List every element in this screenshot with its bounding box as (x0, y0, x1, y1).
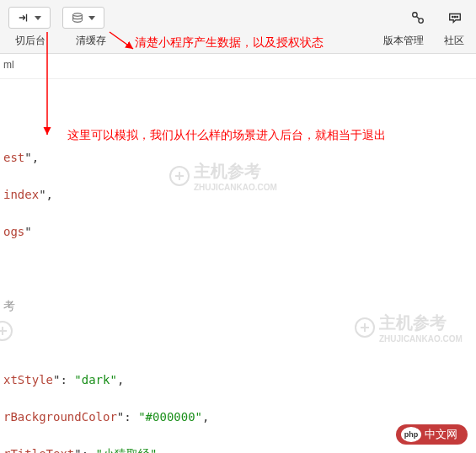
annotation-clear-cache: 清楚小程序产生数据，以及授权状态 (135, 35, 324, 51)
chevron-down-icon (35, 16, 41, 20)
clear-cache-label[interactable]: 清缓存 (72, 34, 110, 48)
php-cn-badge: php 中文网 (396, 424, 468, 445)
chevron-down-icon (88, 16, 95, 20)
file-tab-suffix[interactable]: ml (3, 59, 14, 71)
version-mgmt-label[interactable]: 版本管理 (380, 34, 427, 48)
community-label[interactable]: 社区 (441, 34, 468, 48)
version-link-button[interactable] (405, 7, 431, 29)
switch-bg-label[interactable]: 切后台 (12, 34, 49, 48)
clear-cache-button[interactable] (62, 7, 104, 29)
svg-point-3 (452, 16, 453, 17)
community-button[interactable] (442, 7, 468, 29)
svg-point-4 (454, 16, 455, 17)
code-editor[interactable]: est", index", ogs" 考 xtStyle": "dark", r… (0, 79, 476, 453)
switch-background-button[interactable] (8, 7, 51, 29)
svg-point-0 (73, 13, 83, 17)
svg-point-5 (457, 16, 457, 17)
